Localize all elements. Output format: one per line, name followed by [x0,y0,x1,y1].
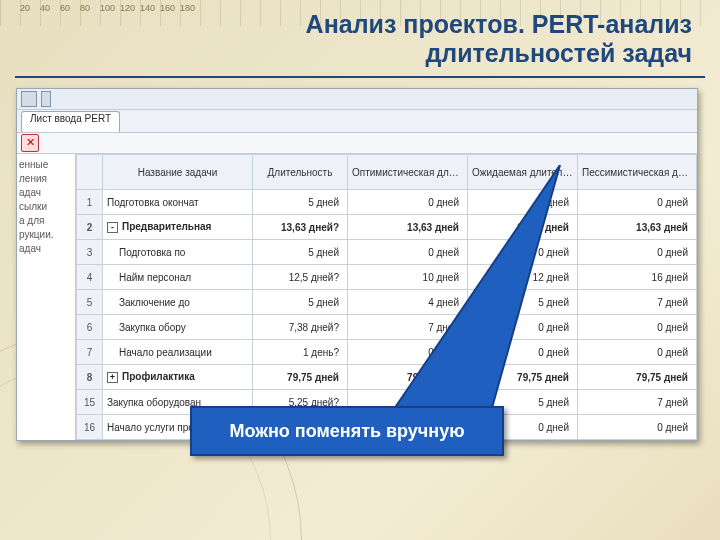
task-name: Начало реализации [119,347,212,358]
cell-duration[interactable]: 0 дней [468,240,578,265]
cell-duration[interactable]: 79,75 дней [348,365,468,390]
cell-duration[interactable]: 0 дней [578,240,697,265]
task-name: Начало услуги прок [107,422,198,433]
table-row[interactable]: 3Подготовка по5 дней0 дней0 дней0 дней [77,240,697,265]
row-number: 6 [77,315,103,340]
col-header[interactable]: Пессимистическая длительность [578,155,697,190]
cell-duration[interactable]: 79,75 дней [578,365,697,390]
cell-duration[interactable]: 1 день? [253,340,348,365]
cell-duration[interactable]: 0 дней [348,190,468,215]
cell-duration[interactable]: 5 дней [253,240,348,265]
toolbar-dropdown-icon[interactable] [41,91,51,107]
task-name: Найм персонал [119,272,191,283]
cell-name[interactable]: Начало реализации [103,340,253,365]
cell-name[interactable]: Заключение до [103,290,253,315]
ruler-mark: 120 [120,3,135,13]
task-name: Закупка оборудован [107,397,201,408]
callout-box: Можно поменять вручную [190,406,504,456]
col-header[interactable]: Длительность [253,155,348,190]
side-panel-line: адач [19,242,73,256]
cell-duration[interactable]: 13,63 дней [348,215,468,240]
task-name: Закупка обору [119,322,186,333]
table-row[interactable]: 2-Предварительная13,63 дней?13,63 дней13… [77,215,697,240]
table-row[interactable]: 1Подготовка окончат5 дней0 дней0 дней0 д… [77,190,697,215]
cell-duration[interactable]: 0 дней [578,415,697,440]
cell-duration[interactable]: 0 дней [348,340,468,365]
row-number: 1 [77,190,103,215]
side-panel-line: енные [19,158,73,172]
ruler-mark: 80 [80,3,90,13]
close-icon[interactable]: ✕ [21,134,39,152]
row-number: 16 [77,415,103,440]
cell-duration[interactable]: 13,63 дней [578,215,697,240]
side-panel-line: ления [19,172,73,186]
cell-duration[interactable]: 79,75 дней [253,365,348,390]
cell-name[interactable]: Подготовка по [103,240,253,265]
col-rownum[interactable] [77,155,103,190]
cell-duration[interactable]: 5 дней [468,290,578,315]
cell-duration[interactable]: 0 дней [578,190,697,215]
cell-duration[interactable]: 5 дней [253,190,348,215]
col-header[interactable]: Оптимистическая длительность [348,155,468,190]
tab-pert-sheet[interactable]: Лист ввода PERT [21,111,120,132]
row-number: 5 [77,290,103,315]
col-header[interactable]: Ожидаемая длительность [468,155,578,190]
side-panel-line: а для [19,214,73,228]
slide-title: Анализ проектов. PERT-анализ длительност… [150,10,692,68]
table-row[interactable]: 5Заключение до5 дней4 дней5 дней7 дней [77,290,697,315]
table-row[interactable]: 7Начало реализации1 день?0 дней0 дней0 д… [77,340,697,365]
title-line-2: длительностей задач [425,39,692,67]
col-header[interactable]: Название задачи [103,155,253,190]
cell-name[interactable]: Найм персонал [103,265,253,290]
toolbar [17,89,697,110]
side-panel-line: рукции. [19,228,73,242]
cell-name[interactable]: Закупка обору [103,315,253,340]
row-number: 2 [77,215,103,240]
pert-window: Лист ввода PERT ✕ енныеленияадачсылкиа д… [16,88,698,441]
table-row[interactable]: 6Закупка обору7,38 дней?7 дней0 дней0 дн… [77,315,697,340]
row-number: 15 [77,390,103,415]
task-name: Подготовка окончат [107,197,199,208]
side-panel-line: адач [19,186,73,200]
cell-duration[interactable]: 12 дней [468,265,578,290]
cell-duration[interactable]: 4 дней [348,290,468,315]
task-name: Заключение до [119,297,190,308]
cell-duration[interactable]: 12,5 дней? [253,265,348,290]
cell-duration[interactable]: 7,38 дней? [253,315,348,340]
table-row[interactable]: 8+Профилактика79,75 дней79,75 дней79,75 … [77,365,697,390]
cell-duration[interactable]: 5 дней [253,290,348,315]
side-panel-text: енныеленияадачсылкиа длярукции.адач [17,154,76,440]
cell-duration[interactable]: 79,75 дней [468,365,578,390]
collapse-icon[interactable]: - [107,222,118,233]
task-name: Подготовка по [119,247,185,258]
ruler-mark: 40 [40,3,50,13]
cell-duration[interactable]: 13,63 дней [468,215,578,240]
cell-name[interactable]: -Предварительная [103,215,253,240]
table-row[interactable]: 4Найм персонал12,5 дней?10 дней12 дней16… [77,265,697,290]
toolbar-icon[interactable] [21,91,37,107]
ruler-mark: 20 [20,3,30,13]
slide: 20406080100120140160180 Анализ проектов.… [0,0,720,540]
row-number: 4 [77,265,103,290]
cell-duration[interactable]: 0 дней [468,190,578,215]
cell-duration[interactable]: 0 дней [468,315,578,340]
cell-duration[interactable]: 0 дней [468,340,578,365]
cell-duration[interactable]: 13,63 дней? [253,215,348,240]
ruler-mark: 60 [60,3,70,13]
cell-name[interactable]: +Профилактика [103,365,253,390]
cell-duration[interactable]: 10 дней [348,265,468,290]
cell-duration[interactable]: 0 дней [578,315,697,340]
cell-duration[interactable]: 7 дней [578,390,697,415]
cell-duration[interactable]: 16 дней [578,265,697,290]
row-number: 3 [77,240,103,265]
cell-duration[interactable]: 0 дней [348,240,468,265]
pert-table: Название задачиДлительностьОптимистическ… [76,154,697,440]
task-name: Профилактика [122,371,195,382]
cell-duration[interactable]: 0 дней [578,340,697,365]
expand-icon[interactable]: + [107,372,118,383]
cell-name[interactable]: Подготовка окончат [103,190,253,215]
title-line-1: Анализ проектов. PERT-анализ [306,10,692,38]
cell-duration[interactable]: 7 дней [348,315,468,340]
title-underline [15,76,705,78]
cell-duration[interactable]: 7 дней [578,290,697,315]
